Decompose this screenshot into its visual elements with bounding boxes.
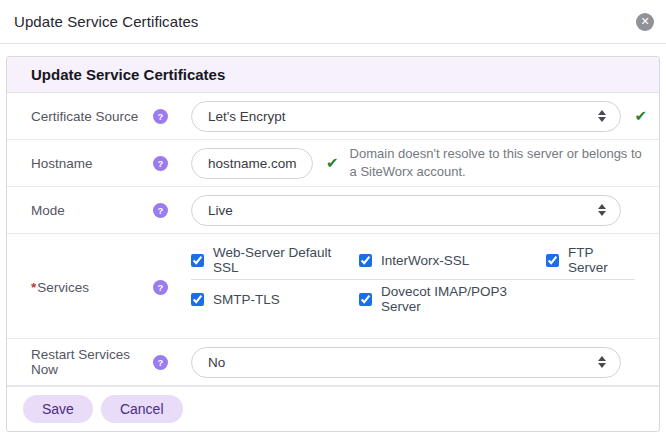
service-option-smtp-tls[interactable]: SMTP-TLS [191, 289, 359, 309]
help-icon[interactable]: ? [153, 355, 168, 370]
service-option-interworx-ssl[interactable]: InterWorx-SSL [359, 250, 546, 270]
help-icon[interactable]: ? [153, 280, 168, 295]
dialog-title: Update Service Certificates [14, 13, 636, 30]
restart-services-select[interactable]: No [191, 347, 621, 378]
certificate-source-control: Let's Encrypt ✔ [191, 101, 659, 132]
restart-services-control: No [191, 347, 659, 378]
cancel-button[interactable]: Cancel [101, 395, 183, 423]
service-option-ftp-server[interactable]: FTP Server [546, 250, 635, 270]
update-service-certificates-panel: Update Service Certificates Certificate … [6, 56, 660, 432]
service-checkbox-dovecot-imap-pop3[interactable] [359, 293, 372, 306]
certificate-source-select[interactable]: Let's Encrypt [191, 101, 621, 132]
service-checkbox-label: FTP Server [568, 245, 635, 275]
certificate-source-row: Certificate Source ? Let's Encrypt ✔ [7, 93, 659, 140]
service-checkbox-label: InterWorx-SSL [381, 253, 469, 268]
restart-services-label: Restart Services Now [31, 347, 153, 377]
service-checkbox-smtp-tls[interactable] [191, 293, 204, 306]
restart-services-row: Restart Services Now ? No [7, 339, 659, 386]
panel-header-title: Update Service Certificates [7, 57, 659, 93]
required-marker: * [31, 280, 36, 295]
valid-check-icon: ✔ [326, 154, 339, 172]
hostname-label: Hostname [31, 156, 153, 171]
mode-label: Mode [31, 203, 153, 218]
mode-value: Live [208, 203, 598, 218]
service-checkbox-label: Web-Server Default SSL [213, 245, 359, 275]
certificate-source-label: Certificate Source [31, 109, 153, 124]
certificate-source-value: Let's Encrypt [208, 109, 598, 124]
dialog-titlebar: Update Service Certificates ✕ [0, 0, 666, 44]
mode-select[interactable]: Live [191, 195, 621, 226]
service-checkbox-label: SMTP-TLS [213, 292, 280, 307]
services-row-divider [191, 279, 635, 280]
service-checkbox-label: Dovecot IMAP/POP3 Server [381, 284, 546, 314]
service-checkbox-ftp-server[interactable] [546, 254, 559, 267]
panel-footer: Save Cancel [7, 386, 659, 431]
select-arrows-icon [598, 356, 606, 368]
services-checkbox-grid: Web-Server Default SSL InterWorx-SSL FTP… [191, 245, 635, 314]
select-arrows-icon [598, 110, 606, 122]
service-checkbox-interworx-ssl[interactable] [359, 254, 372, 267]
select-arrows-icon [598, 204, 606, 216]
service-option-dovecot-imap-pop3[interactable]: Dovecot IMAP/POP3 Server [359, 289, 546, 309]
hostname-row: Hostname ? ✔ Domain doesn't resolve to t… [7, 140, 659, 187]
save-button[interactable]: Save [23, 395, 93, 423]
hostname-hint-text: Domain doesn't resolve to this server or… [350, 145, 647, 181]
valid-check-icon: ✔ [634, 107, 647, 125]
mode-row: Mode ? Live [7, 187, 659, 234]
hostname-control: ✔ Domain doesn't resolve to this server … [191, 145, 659, 181]
close-icon[interactable]: ✕ [636, 13, 654, 31]
mode-control: Live [191, 195, 659, 226]
service-option-web-server-default-ssl[interactable]: Web-Server Default SSL [191, 250, 359, 270]
hostname-input[interactable] [191, 148, 313, 179]
service-checkbox-web-server-default-ssl[interactable] [191, 254, 204, 267]
services-row: *Services ? Web-Server Default SSL Inter… [7, 234, 659, 339]
restart-services-value: No [208, 355, 598, 370]
services-label-text: Services [37, 280, 89, 295]
services-label: *Services [31, 280, 153, 295]
help-icon[interactable]: ? [153, 156, 168, 171]
help-icon[interactable]: ? [153, 203, 168, 218]
help-icon[interactable]: ? [153, 109, 168, 124]
